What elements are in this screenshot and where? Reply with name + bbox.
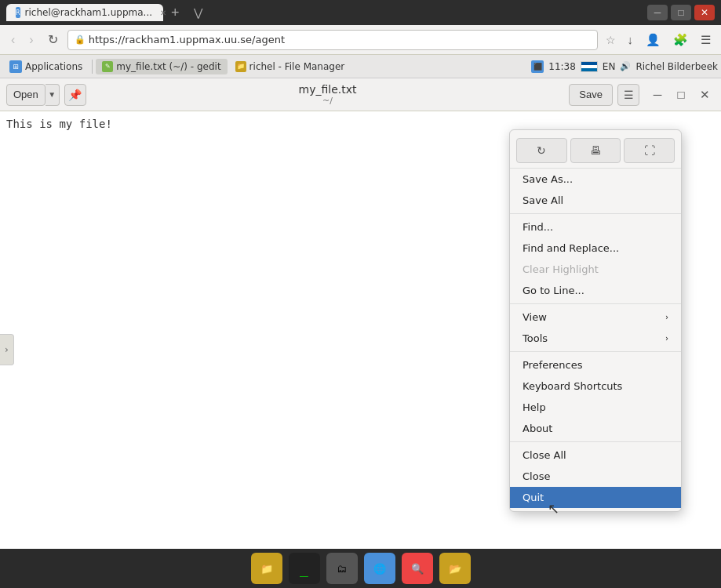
menu-item-about[interactable]: About bbox=[510, 418, 681, 439]
separator bbox=[92, 60, 93, 74]
menu-item-view[interactable]: View› bbox=[510, 307, 681, 328]
menu-fullscreen-button[interactable]: ⛶ bbox=[624, 138, 675, 163]
dock-folder-icon[interactable]: 📂 bbox=[439, 553, 471, 584]
hamburger-menu-button[interactable]: ☰ bbox=[617, 84, 639, 106]
browser-window: R richel@rackham1.uppma... ✕ + ⋁ ─ □ ✕ ‹… bbox=[0, 0, 721, 588]
menu-item-close-all[interactable]: Close All bbox=[510, 445, 681, 466]
editor-window-controls: ─ □ ✕ bbox=[647, 85, 715, 105]
applications-label: Applications bbox=[25, 61, 82, 72]
editor-minimize-button[interactable]: ─ bbox=[647, 85, 668, 105]
dock-search-icon[interactable]: 🔍 bbox=[402, 553, 433, 584]
menu-separator-2 bbox=[510, 303, 681, 304]
address-bar[interactable]: 🔒 https://rackham1.uppmax.uu.se/agent bbox=[67, 30, 598, 50]
dock-browser-icon[interactable]: 🌐 bbox=[364, 553, 395, 584]
menu-print-button[interactable]: 🖶 bbox=[570, 138, 621, 163]
tools-arrow: › bbox=[665, 334, 668, 343]
open-dropdown-button[interactable]: ▼ bbox=[46, 84, 60, 106]
screen-record-icon[interactable]: ⬛ bbox=[531, 60, 544, 73]
apps-icon: ⊞ bbox=[9, 60, 22, 73]
dock-files-icon[interactable]: 📁 bbox=[251, 553, 282, 584]
minimize-button[interactable]: ─ bbox=[647, 5, 668, 20]
gedit-tab-label: my_file.txt (~/) - gedit bbox=[116, 61, 220, 72]
reload-button[interactable]: ↻ bbox=[43, 29, 63, 50]
new-tab-button[interactable]: + bbox=[166, 3, 184, 23]
gedit-tab[interactable]: ✎ my_file.txt (~/) - gedit bbox=[96, 59, 227, 74]
active-tab[interactable]: R richel@rackham1.uppma... ✕ bbox=[6, 4, 163, 21]
nav-bar: ‹ › ↻ 🔒 https://rackham1.uppmax.uu.se/ag… bbox=[0, 25, 721, 55]
speaker-icon[interactable]: 🔊 bbox=[620, 61, 631, 71]
close-button[interactable]: ✕ bbox=[694, 5, 715, 20]
language-flag[interactable] bbox=[581, 61, 598, 72]
time-display: 11:38 bbox=[548, 61, 576, 72]
terminal-symbol: _ bbox=[300, 561, 308, 577]
menu-item-preferences[interactable]: Preferences bbox=[510, 354, 681, 376]
user-name: Richel Bilderbeek bbox=[635, 61, 718, 72]
hamburger-dropdown: ↻ 🖶 ⛶ Save As... Save All Find... Find a… bbox=[509, 129, 682, 512]
open-button-group: Open ▼ bbox=[6, 84, 60, 106]
maximize-button[interactable]: □ bbox=[671, 5, 691, 20]
browser-menu-button[interactable]: ☰ bbox=[697, 30, 715, 50]
menu-item-save-all[interactable]: Save All bbox=[510, 190, 681, 211]
menu-icon-row: ↻ 🖶 ⛶ bbox=[510, 133, 681, 169]
file-content: This is my file! bbox=[6, 118, 112, 130]
editor-maximize-button[interactable]: □ bbox=[671, 85, 691, 105]
tab-favicon: R bbox=[16, 7, 20, 18]
extensions-button[interactable]: 🧩 bbox=[669, 30, 692, 50]
menu-separator-1 bbox=[510, 213, 681, 214]
filemanager-tab-label: richel - File Manager bbox=[249, 61, 345, 72]
menu-item-close[interactable]: Close bbox=[510, 466, 681, 487]
pin-button[interactable]: 📌 bbox=[64, 84, 86, 106]
downloads-button[interactable]: ↓ bbox=[624, 30, 638, 49]
open-button[interactable]: Open bbox=[6, 84, 46, 106]
dock-filemanager-icon[interactable]: 🗂 bbox=[326, 553, 358, 584]
menu-item-quit[interactable]: Quit bbox=[510, 487, 681, 508]
gedit-icon: ✎ bbox=[102, 61, 113, 72]
editor-filename: my_file.txt bbox=[91, 83, 565, 96]
tab-label: richel@rackham1.uppma... bbox=[25, 7, 152, 18]
forward-button[interactable]: › bbox=[24, 30, 38, 50]
back-button[interactable]: ‹ bbox=[6, 30, 20, 50]
app-bar: ⊞ Applications ✎ my_file.txt (~/) - gedi… bbox=[0, 55, 721, 78]
editor-close-button[interactable]: ✕ bbox=[694, 85, 715, 105]
bookmark-button[interactable]: ☆ bbox=[603, 31, 619, 49]
left-panel-toggle[interactable]: › bbox=[0, 334, 14, 365]
filemanager-icon: 📁 bbox=[235, 61, 246, 72]
menu-separator-4 bbox=[510, 441, 681, 442]
editor-toolbar: Open ▼ 📌 my_file.txt ~/ Save ☰ ─ □ ✕ bbox=[0, 78, 721, 111]
menu-item-save-as[interactable]: Save As... bbox=[510, 169, 681, 190]
editor-title: my_file.txt ~/ bbox=[91, 83, 565, 106]
security-icon: 🔒 bbox=[75, 34, 86, 45]
menu-reload-button[interactable]: ↻ bbox=[516, 138, 567, 163]
menu-item-go-to-line[interactable]: Go to Line... bbox=[510, 280, 681, 301]
menu-item-find-replace[interactable]: Find and Replace... bbox=[510, 238, 681, 259]
menu-item-keyboard-shortcuts[interactable]: Keyboard Shortcuts bbox=[510, 376, 681, 397]
open-label: Open bbox=[13, 89, 38, 100]
menu-item-find[interactable]: Find... bbox=[510, 216, 681, 238]
dock-terminal-icon[interactable]: _ bbox=[289, 553, 320, 584]
editor-filepath: ~/ bbox=[91, 96, 565, 106]
view-arrow: › bbox=[665, 313, 668, 321]
menu-separator-3 bbox=[510, 351, 681, 352]
tab-close-button[interactable]: ✕ bbox=[160, 7, 166, 18]
menu-item-tools[interactable]: Tools› bbox=[510, 328, 681, 349]
window-expand-button[interactable]: ⋁ bbox=[188, 5, 209, 20]
account-button[interactable]: 👤 bbox=[642, 30, 665, 50]
save-button[interactable]: Save bbox=[569, 84, 613, 106]
menu-item-help[interactable]: Help bbox=[510, 397, 681, 418]
taskbar-bottom: 📁 _ 🗂 🌐 🔍 📂 bbox=[0, 549, 721, 588]
language-label: EN bbox=[603, 61, 616, 72]
menu-item-clear-highlight[interactable]: Clear Highlight bbox=[510, 259, 681, 280]
filemanager-tab[interactable]: 📁 richel - File Manager bbox=[229, 59, 351, 74]
url-text: https://rackham1.uppmax.uu.se/agent bbox=[89, 34, 285, 45]
title-bar: R richel@rackham1.uppma... ✕ + ⋁ ─ □ ✕ bbox=[0, 0, 721, 25]
window-controls: ─ □ ✕ bbox=[647, 5, 715, 20]
taskbar-right: ⬛ 11:38 EN 🔊 Richel Bilderbeek bbox=[531, 60, 718, 73]
applications-menu[interactable]: ⊞ Applications bbox=[3, 58, 89, 75]
